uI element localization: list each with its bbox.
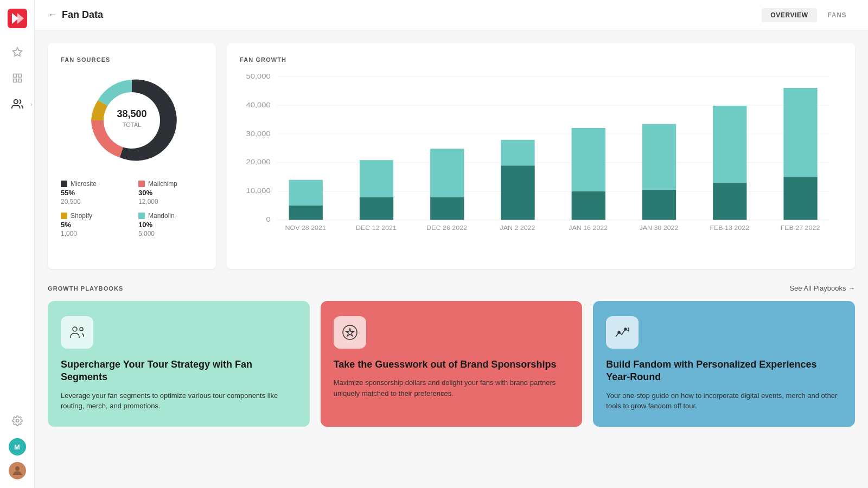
playbook-sponsorships-title: Take the Guesswork out of Brand Sponsors… [334, 358, 570, 371]
svg-rect-36 [642, 190, 676, 220]
see-all-playbooks[interactable]: See All Playbooks → [789, 284, 855, 292]
sidebar-bottom: M [7, 410, 28, 479]
topbar: ← Fan Data OVERVIEW FANS [35, 0, 868, 30]
svg-rect-26 [289, 206, 323, 220]
sidebar-item-star[interactable] [7, 41, 28, 63]
svg-text:DEC 26 2022: DEC 26 2022 [426, 225, 467, 231]
svg-rect-5 [18, 74, 21, 78]
playbooks-section-title: GROWTH PLAYBOOKS [48, 285, 123, 292]
playbooks-header: GROWTH PLAYBOOKS See All Playbooks → [48, 284, 855, 292]
svg-marker-53 [346, 329, 354, 336]
svg-text:TOTAL: TOTAL [123, 121, 141, 128]
playbook-fandom-title: Build Fandom with Personalized Experienc… [606, 358, 842, 384]
settings-icon[interactable] [7, 410, 28, 432]
playbook-fandom-icon-wrap [606, 316, 639, 349]
content-area: FAN SOURCES 38, [35, 30, 868, 488]
svg-rect-30 [430, 197, 464, 220]
svg-rect-32 [501, 165, 534, 220]
donut-chart: 38,500 TOTAL [83, 72, 181, 169]
svg-rect-29 [360, 160, 393, 197]
users-group-icon [68, 324, 86, 341]
svg-point-51 [80, 328, 83, 331]
sidebar-item-fans[interactable]: › [7, 93, 28, 115]
svg-rect-37 [642, 124, 676, 190]
nav-overview[interactable]: OVERVIEW [762, 8, 816, 22]
svg-rect-35 [572, 128, 605, 191]
top-cards-row: FAN SOURCES 38, [48, 43, 855, 269]
svg-text:10,000: 10,000 [246, 188, 271, 195]
svg-rect-27 [289, 180, 323, 206]
playbooks-section: GROWTH PLAYBOOKS See All Playbooks → Sup [48, 284, 855, 427]
avatar-user[interactable] [9, 462, 26, 479]
legend-microsite: Microsite 55% 20,500 [61, 180, 125, 206]
sidebar: › M [0, 0, 35, 488]
svg-rect-6 [13, 79, 16, 82]
svg-text:0: 0 [266, 216, 270, 223]
playbook-sponsorships[interactable]: Take the Guesswork out of Brand Sponsors… [321, 301, 583, 427]
playbook-fandom-desc: Your one-stop guide on how to incorporat… [606, 390, 842, 412]
playbook-tour-title: Supercharge Your Tour Strategy with Fan … [61, 358, 297, 384]
legend-mailchimp: Mailchimp 30% 12,000 [138, 180, 203, 206]
back-button[interactable]: ← [48, 9, 58, 21]
nav-fans[interactable]: FANS [819, 8, 855, 22]
svg-point-50 [73, 327, 77, 331]
donut-chart-container: 38,500 TOTAL [61, 72, 203, 169]
svg-point-9 [16, 420, 18, 422]
svg-rect-4 [13, 74, 16, 78]
playbook-tour[interactable]: Supercharge Your Tour Strategy with Fan … [48, 301, 310, 427]
legend-color-mandolin [138, 213, 145, 219]
playbooks-grid: Supercharge Your Tour Strategy with Fan … [48, 301, 855, 427]
legend-color-microsite [61, 181, 67, 187]
svg-point-54 [618, 331, 620, 333]
svg-rect-40 [783, 177, 817, 220]
playbook-tour-icon-wrap [61, 316, 93, 349]
chart-trend-icon [614, 324, 631, 341]
svg-point-55 [624, 328, 627, 330]
svg-text:JAN 2 2022: JAN 2 2022 [500, 225, 535, 231]
svg-rect-28 [360, 197, 393, 220]
fan-sources-card: FAN SOURCES 38, [48, 43, 216, 269]
page-title: Fan Data [62, 9, 103, 21]
svg-text:FEB 13 2022: FEB 13 2022 [710, 225, 749, 231]
main-area: ← Fan Data OVERVIEW FANS FAN SOURCES [35, 0, 868, 488]
legend-mandolin: Mandolin 10% 5,000 [138, 212, 203, 237]
playbook-sponsorships-desc: Maximize sponsorship dollars and delight… [334, 377, 570, 399]
fan-sources-title: FAN SOURCES [61, 56, 203, 63]
svg-rect-34 [572, 191, 605, 220]
svg-text:JAN 16 2022: JAN 16 2022 [569, 225, 608, 231]
svg-rect-7 [18, 79, 21, 82]
svg-point-10 [15, 466, 20, 471]
svg-text:DEC 12 2021: DEC 12 2021 [356, 225, 397, 231]
avatar-m[interactable]: M [9, 438, 26, 455]
fan-growth-title: FAN GROWTH [240, 56, 842, 63]
svg-rect-38 [713, 183, 746, 220]
svg-text:NOV 28 2021: NOV 28 2021 [285, 225, 326, 231]
bar-chart-svg: 50,000 40,000 30,000 20,000 10,000 0 [240, 72, 842, 240]
svg-text:40,000: 40,000 [246, 101, 271, 108]
playbook-tour-desc: Leverage your fan segments to optimize v… [61, 390, 297, 412]
legend-shopify: Shopify 5% 1,000 [61, 212, 125, 237]
svg-point-11 [104, 92, 160, 149]
star-circle-icon [341, 324, 359, 341]
svg-rect-31 [430, 149, 464, 197]
fan-growth-card: FAN GROWTH 50,000 40,000 30,000 [227, 43, 855, 269]
fan-sources-legend: Microsite 55% 20,500 Mailchimp 30% 12,00… [61, 180, 203, 237]
app-logo [8, 9, 27, 28]
svg-text:20,000: 20,000 [246, 159, 271, 166]
svg-text:38,500: 38,500 [117, 108, 146, 119]
sidebar-item-grid[interactable] [7, 67, 28, 89]
svg-rect-39 [713, 106, 746, 183]
svg-marker-3 [12, 48, 22, 56]
svg-text:JAN 30 2022: JAN 30 2022 [639, 225, 678, 231]
bar-chart-wrap: 50,000 40,000 30,000 20,000 10,000 0 [240, 72, 842, 256]
svg-text:50,000: 50,000 [246, 73, 271, 80]
svg-text:FEB 27 2022: FEB 27 2022 [781, 225, 820, 231]
svg-rect-41 [783, 88, 817, 177]
svg-point-8 [14, 100, 17, 104]
legend-color-shopify [61, 213, 67, 219]
topbar-nav: OVERVIEW FANS [762, 8, 855, 22]
playbook-fandom[interactable]: Build Fandom with Personalized Experienc… [593, 301, 855, 427]
svg-text:30,000: 30,000 [246, 130, 271, 137]
legend-color-mailchimp [138, 181, 145, 187]
playbook-sponsorships-icon-wrap [334, 316, 366, 349]
